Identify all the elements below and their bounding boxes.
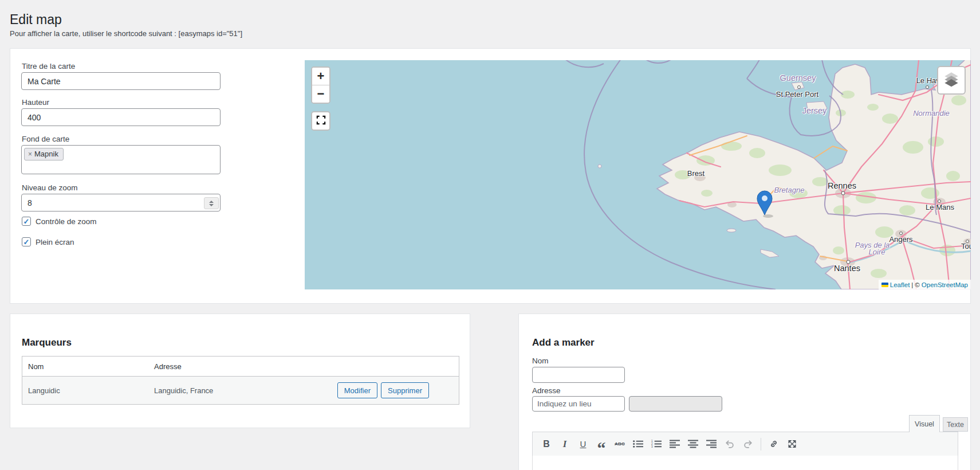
delete-marker-button[interactable]: Supprimer <box>381 382 429 398</box>
bold-icon: B <box>543 440 550 449</box>
attribution-divider: | <box>911 281 913 288</box>
map-city-dot <box>797 85 801 89</box>
numbered-list-icon: 123 <box>651 440 662 448</box>
align-center-icon <box>688 440 698 448</box>
tab-text[interactable]: Texte <box>943 417 968 432</box>
number-stepper[interactable] <box>204 197 219 209</box>
basemap-label: Fond de carte <box>22 135 69 143</box>
zoom-out-button[interactable]: − <box>312 85 329 103</box>
align-right-button[interactable] <box>703 436 719 452</box>
layers-icon <box>943 70 960 90</box>
link-button[interactable] <box>766 436 782 452</box>
markers-table-header: Nom Adresse <box>22 357 459 377</box>
markers-panel: Marqueurs Nom Adresse Languidic Languidi… <box>10 314 470 428</box>
bulleted-list-button[interactable] <box>630 436 646 452</box>
fullscreen-button[interactable] <box>784 436 800 452</box>
page-title: Edit map <box>10 12 62 28</box>
map-settings-panel: Titre de la carte Hauteur Fond de carte … <box>10 48 971 304</box>
strikethrough-icon: ABC <box>615 442 625 446</box>
height-label: Hauteur <box>22 98 49 107</box>
align-center-button[interactable] <box>685 436 701 452</box>
add-marker-panel: Add a marker Nom Adresse Visuel Texte BI… <box>518 314 971 470</box>
map-attribution: Leaflet | © OpenStreetMap <box>879 280 971 289</box>
map-city-dot <box>966 240 969 243</box>
height-input[interactable] <box>21 108 221 126</box>
tab-visual[interactable]: Visuel <box>909 415 940 432</box>
align-left-button[interactable] <box>667 436 683 452</box>
redo-button[interactable] <box>740 436 756 452</box>
zoom-level-input[interactable] <box>21 194 221 211</box>
marker-name-label: Nom <box>532 357 549 365</box>
map-fullscreen-button[interactable] <box>311 111 330 131</box>
marker-address-label: Adresse <box>532 386 561 395</box>
map-tiles <box>305 60 971 289</box>
attribution-copyright: © <box>915 281 919 288</box>
zoom-in-button[interactable]: + <box>312 68 329 85</box>
zoom-level-label: Niveau de zoom <box>22 183 78 192</box>
remove-tag-icon[interactable]: × <box>28 150 32 158</box>
strikethrough-button[interactable]: ABC <box>612 436 628 452</box>
basemap-tag-label: Mapnik <box>34 150 58 158</box>
column-address: Adresse <box>154 362 459 371</box>
marker-name-cell: Languidic <box>22 386 154 395</box>
leaflet-link[interactable]: Leaflet <box>890 281 910 288</box>
map-title-label: Titre de la carte <box>22 62 75 70</box>
map-city-dot <box>841 191 845 195</box>
editor-content-area[interactable] <box>532 456 958 470</box>
svg-text:3: 3 <box>651 445 653 448</box>
marker-name-input[interactable] <box>532 367 625 383</box>
map-city-dot <box>847 260 851 264</box>
column-name: Nom <box>22 362 154 371</box>
marker-address-cell: Languidic, France <box>154 386 337 395</box>
bold-button[interactable]: B <box>538 436 554 452</box>
fullscreen-checkbox-label: Plein écran <box>36 238 74 246</box>
map-layers-button[interactable] <box>937 66 966 95</box>
underline-icon: U <box>580 440 587 448</box>
editor-toolbar: BIU“ABC123 <box>532 432 958 456</box>
map-city-dot <box>938 199 941 203</box>
marker-table-row: Languidic Languidic, France Modifier Sup… <box>22 377 459 404</box>
fullscreen-icon <box>787 440 797 448</box>
basemap-tag: × Mapnik <box>24 148 64 160</box>
markers-heading: Marqueurs <box>22 337 72 348</box>
blockquote-icon: “ <box>597 446 606 450</box>
align-left-icon <box>670 440 680 448</box>
markers-table: Nom Adresse Languidic Languidic, France … <box>22 356 459 405</box>
edit-marker-button[interactable]: Modifier <box>337 382 377 398</box>
link-icon <box>769 440 779 448</box>
map-city-dot <box>899 232 903 235</box>
bulleted-list-icon <box>633 440 643 448</box>
redo-icon <box>743 440 753 448</box>
italic-button[interactable]: I <box>557 436 573 452</box>
zoom-control-checkbox[interactable]: ✓ <box>22 217 31 226</box>
blockquote-button[interactable]: “ <box>593 436 609 452</box>
zoom-control-checkbox-label: Contrôle de zoom <box>36 217 97 226</box>
undo-button[interactable] <box>722 436 738 452</box>
marker-address-input[interactable] <box>532 396 625 412</box>
basemap-multiselect[interactable]: × Mapnik <box>21 145 221 174</box>
openstreetmap-link[interactable]: OpenStreetMap <box>922 281 968 288</box>
italic-icon: I <box>563 439 567 449</box>
fullscreen-icon <box>316 115 326 127</box>
undo-icon <box>725 440 735 448</box>
toolbar-separator <box>761 438 761 451</box>
map-city-dot <box>926 85 929 89</box>
add-marker-heading: Add a marker <box>532 337 595 348</box>
leaflet-map[interactable]: GuernseySt Peter PortJerseyNormandieLe H… <box>305 60 971 289</box>
shortcode-hint: Pour afficher la carte, utiliser le shor… <box>10 29 242 38</box>
map-title-input[interactable] <box>21 72 221 90</box>
underline-button[interactable]: U <box>575 436 591 452</box>
align-right-icon <box>706 440 717 448</box>
marker-address-result-input <box>629 396 722 412</box>
fullscreen-checkbox[interactable]: ✓ <box>22 237 31 246</box>
map-zoom-control: + − <box>311 66 330 104</box>
numbered-list-button[interactable]: 123 <box>648 436 664 452</box>
ukraine-flag-icon <box>881 283 888 287</box>
